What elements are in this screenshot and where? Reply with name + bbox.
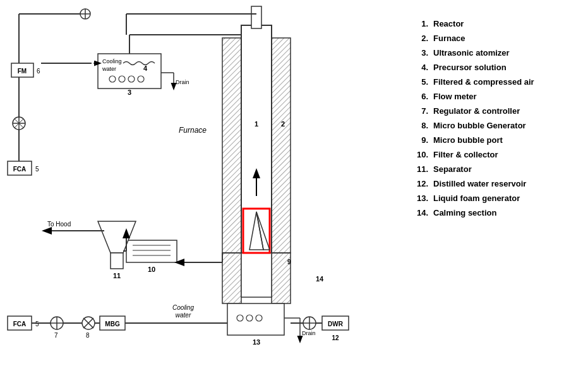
svg-text:FCA: FCA (13, 166, 27, 173)
legend-item-10: 10.Filter & collector (411, 150, 587, 159)
svg-text:Cooling: Cooling (172, 304, 194, 311)
svg-text:DWR: DWR (328, 321, 344, 328)
legend-num-3: 3. (411, 48, 428, 58)
svg-text:Drain: Drain (302, 330, 316, 336)
svg-text:FCA: FCA (13, 321, 27, 328)
svg-text:Furnace: Furnace (179, 126, 207, 135)
legend-item-8: 8.Micro bubble Generator (411, 121, 587, 130)
svg-text:To Hood: To Hood (47, 221, 71, 228)
legend-label-7: Regulator & controller (433, 106, 520, 116)
svg-text:FM: FM (18, 68, 27, 75)
legend-num-13: 13. (411, 193, 428, 203)
legend-panel: 1.Reactor2.Furnace3.Ultrasonic atomizer4… (411, 19, 587, 223)
svg-text:water: water (176, 312, 191, 319)
legend-label-5: Filtered & compressed air (433, 77, 534, 87)
legend-num-9: 9. (411, 135, 428, 145)
legend-num-12: 12. (411, 179, 428, 188)
legend-item-13: 13.Liquid foam generator (411, 193, 587, 203)
legend-label-3: Ultrasonic atomizer (433, 48, 510, 58)
legend-item-14: 14.Calming section (411, 208, 587, 217)
legend-label-14: Calming section (433, 208, 496, 217)
legend-item-3: 3.Ultrasonic atomizer (411, 48, 587, 58)
legend-num-14: 14. (411, 208, 428, 217)
svg-rect-2 (272, 38, 291, 253)
diagram: 1 2 Furnace 14 FM 6 FCA 5 Cooling (0, 0, 404, 392)
svg-text:7: 7 (54, 332, 58, 339)
legend-label-8: Micro bubble Generator (433, 121, 526, 130)
legend-item-6: 6.Flow meter (411, 92, 587, 101)
svg-text:10: 10 (148, 266, 155, 273)
svg-text:MBG: MBG (105, 321, 120, 328)
legend-item-7: 7.Regulator & controller (411, 106, 587, 116)
svg-text:Drain: Drain (176, 79, 189, 85)
svg-rect-3 (241, 25, 272, 253)
legend-item-9: 9.Micro bubble port (411, 135, 587, 145)
svg-text:13: 13 (253, 338, 260, 346)
legend-num-4: 4. (411, 63, 428, 72)
legend-label-9: Micro bubble port (433, 135, 503, 145)
svg-rect-15 (251, 6, 261, 28)
legend-num-10: 10. (411, 150, 428, 159)
legend-item-5: 5.Filtered & compressed air (411, 77, 587, 87)
svg-text:5: 5 (35, 166, 39, 173)
legend-num-5: 5. (411, 77, 428, 87)
legend-num-6: 6. (411, 92, 428, 101)
legend-num-11: 11. (411, 164, 428, 174)
legend-label-1: Reactor (433, 19, 464, 28)
legend-num-7: 7. (411, 106, 428, 116)
legend-num-2: 2. (411, 34, 428, 43)
legend-num-8: 8. (411, 121, 428, 130)
svg-text:Cooling: Cooling (102, 58, 122, 64)
legend-item-2: 2.Furnace (411, 34, 587, 43)
svg-text:14: 14 (316, 275, 324, 283)
svg-rect-89 (126, 240, 177, 262)
legend-label-6: Flow meter (433, 92, 477, 101)
svg-rect-7 (222, 253, 241, 303)
svg-text:11: 11 (113, 272, 121, 279)
svg-text:9: 9 (287, 259, 291, 266)
svg-text:water: water (102, 66, 116, 72)
legend-item-11: 11.Separator (411, 164, 587, 174)
legend-label-11: Separator (433, 164, 472, 174)
svg-text:12: 12 (332, 334, 339, 341)
svg-text:5: 5 (35, 321, 39, 328)
svg-text:2: 2 (281, 120, 285, 128)
svg-text:1: 1 (255, 120, 258, 128)
legend-label-13: Liquid foam generator (433, 193, 520, 203)
svg-text:6: 6 (37, 68, 40, 75)
legend-num-1: 1. (411, 19, 428, 28)
svg-rect-9 (241, 253, 272, 297)
legend-label-4: Precursor solution (433, 63, 507, 72)
svg-text:4: 4 (143, 64, 148, 72)
legend-label-12: Distilled water reservoir (433, 179, 526, 188)
legend-item-12: 12.Distilled water reservoir (411, 179, 587, 188)
svg-rect-97 (111, 253, 123, 269)
svg-rect-1 (222, 38, 241, 253)
legend-label-2: Furnace (433, 34, 465, 43)
svg-text:8: 8 (86, 332, 90, 339)
legend-item-4: 4.Precursor solution (411, 63, 587, 72)
legend-item-1: 1.Reactor (411, 19, 587, 28)
legend-label-10: Filter & collector (433, 150, 498, 159)
svg-text:3: 3 (128, 89, 131, 96)
